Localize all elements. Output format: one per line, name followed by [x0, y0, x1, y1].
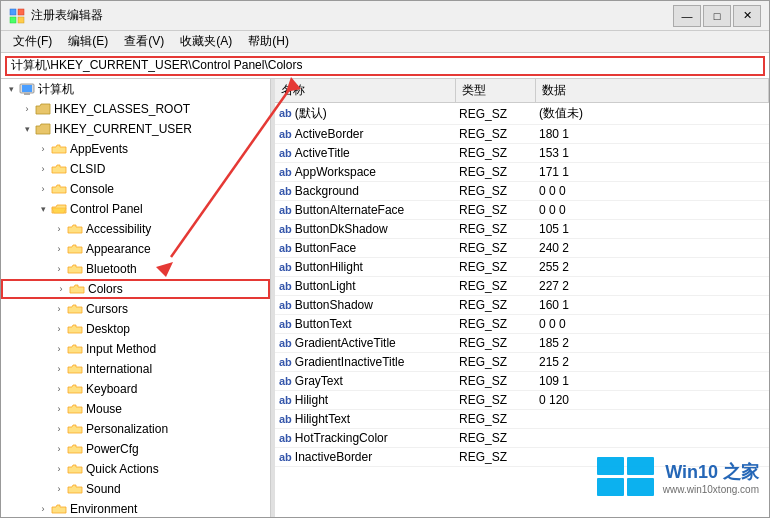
tree-expander-cursors[interactable]: ›	[51, 301, 67, 317]
tree-item-console[interactable]: ›Console	[1, 179, 270, 199]
tree-item-mouse[interactable]: ›Mouse	[1, 399, 270, 419]
maximize-button[interactable]: □	[703, 5, 731, 27]
table-row[interactable]: abActiveTitleREG_SZ153 1	[275, 144, 769, 163]
tree-expander-colors[interactable]: ›	[53, 281, 69, 297]
ab-icon: ab	[279, 318, 292, 330]
tree-expander-mouse[interactable]: ›	[51, 401, 67, 417]
table-row[interactable]: abGradientActiveTitleREG_SZ185 2	[275, 334, 769, 353]
cell-data: 0 0 0	[535, 201, 769, 220]
table-row[interactable]: abButtonHilightREG_SZ255 2	[275, 258, 769, 277]
tree-item-cursors[interactable]: ›Cursors	[1, 299, 270, 319]
table-row[interactable]: abHilightREG_SZ0 120	[275, 391, 769, 410]
tree-expander-quick_actions[interactable]: ›	[51, 461, 67, 477]
tree-item-powercfg[interactable]: ›PowerCfg	[1, 439, 270, 459]
cell-data: 0 0 0	[535, 315, 769, 334]
ab-icon: ab	[279, 107, 292, 119]
tree-expander-computer[interactable]: ▾	[3, 81, 19, 97]
tree-expander-console[interactable]: ›	[35, 181, 51, 197]
cell-type: REG_SZ	[455, 315, 535, 334]
table-row[interactable]: ab(默认)REG_SZ(数值未)	[275, 103, 769, 125]
tree-expander-personalization[interactable]: ›	[51, 421, 67, 437]
cell-data	[535, 410, 769, 429]
cell-name: abGradientInactiveTitle	[275, 353, 455, 372]
table-row[interactable]: abButtonAlternateFaceREG_SZ0 0 0	[275, 201, 769, 220]
cell-name: abButtonLight	[275, 277, 455, 296]
tree-label-cursors: Cursors	[86, 302, 128, 316]
tree-expander-desktop[interactable]: ›	[51, 321, 67, 337]
cell-type: REG_SZ	[455, 182, 535, 201]
title-bar: 注册表编辑器 — □ ✕	[1, 1, 769, 31]
tree-item-control_panel[interactable]: ▾Control Panel	[1, 199, 270, 219]
address-input[interactable]	[5, 56, 765, 76]
minimize-button[interactable]: —	[673, 5, 701, 27]
tree-label-colors: Colors	[88, 282, 123, 296]
menu-item-f[interactable]: 文件(F)	[5, 31, 60, 52]
tree-item-sound[interactable]: ›Sound	[1, 479, 270, 499]
tree-expander-current_user[interactable]: ▾	[19, 121, 35, 137]
tree-expander-environment[interactable]: ›	[35, 501, 51, 517]
tree-item-international[interactable]: ›International	[1, 359, 270, 379]
tree-expander-keyboard[interactable]: ›	[51, 381, 67, 397]
tree-expander-appearance[interactable]: ›	[51, 241, 67, 257]
folder-icon-appearance	[67, 242, 83, 256]
ab-icon: ab	[279, 261, 292, 273]
tree-item-keyboard[interactable]: ›Keyboard	[1, 379, 270, 399]
table-row[interactable]: abButtonShadowREG_SZ160 1	[275, 296, 769, 315]
tree-item-classes_root[interactable]: ›HKEY_CLASSES_ROOT	[1, 99, 270, 119]
cell-type: REG_SZ	[455, 334, 535, 353]
col-header-type[interactable]: 类型	[455, 79, 535, 103]
tree-item-accessibility[interactable]: ›Accessibility	[1, 219, 270, 239]
col-header-name[interactable]: 名称	[275, 79, 455, 103]
close-button[interactable]: ✕	[733, 5, 761, 27]
tree-expander-classes_root[interactable]: ›	[19, 101, 35, 117]
tree-label-desktop: Desktop	[86, 322, 130, 336]
tree-item-appevents[interactable]: ›AppEvents	[1, 139, 270, 159]
table-row[interactable]: abHilightTextREG_SZ	[275, 410, 769, 429]
table-row[interactable]: abBackgroundREG_SZ0 0 0	[275, 182, 769, 201]
tree-item-appearance[interactable]: ›Appearance	[1, 239, 270, 259]
tree-item-desktop[interactable]: ›Desktop	[1, 319, 270, 339]
tree-expander-clsid[interactable]: ›	[35, 161, 51, 177]
tree-label-bluetooth: Bluetooth	[86, 262, 137, 276]
app-icon	[9, 8, 25, 24]
menu-item-h[interactable]: 帮助(H)	[240, 31, 297, 52]
menu-item-a[interactable]: 收藏夹(A)	[172, 31, 240, 52]
tree-item-current_user[interactable]: ▾HKEY_CURRENT_USER	[1, 119, 270, 139]
table-row[interactable]: abGradientInactiveTitleREG_SZ215 2	[275, 353, 769, 372]
table-row[interactable]: abAppWorkspaceREG_SZ171 1	[275, 163, 769, 182]
table-row[interactable]: abGrayTextREG_SZ109 1	[275, 372, 769, 391]
tree-item-computer[interactable]: ▾计算机	[1, 79, 270, 99]
cell-type: REG_SZ	[455, 239, 535, 258]
tree-expander-sound[interactable]: ›	[51, 481, 67, 497]
ab-icon: ab	[279, 280, 292, 292]
menu-bar: 文件(F)编辑(E)查看(V)收藏夹(A)帮助(H)	[1, 31, 769, 53]
table-row[interactable]: abHotTrackingColorREG_SZ	[275, 429, 769, 448]
tree-item-quick_actions[interactable]: ›Quick Actions	[1, 459, 270, 479]
tree-expander-international[interactable]: ›	[51, 361, 67, 377]
tree-item-colors[interactable]: ›Colors	[1, 279, 270, 299]
tree-item-environment[interactable]: ›Environment	[1, 499, 270, 517]
col-header-data[interactable]: 数据	[535, 79, 769, 103]
menu-item-v[interactable]: 查看(V)	[116, 31, 172, 52]
tree-expander-powercfg[interactable]: ›	[51, 441, 67, 457]
svg-rect-5	[22, 85, 32, 92]
tree-expander-control_panel[interactable]: ▾	[35, 201, 51, 217]
tree-item-personalization[interactable]: ›Personalization	[1, 419, 270, 439]
tree-expander-accessibility[interactable]: ›	[51, 221, 67, 237]
folder-icon-keyboard	[67, 382, 83, 396]
ab-icon: ab	[279, 166, 292, 178]
tree-item-clsid[interactable]: ›CLSID	[1, 159, 270, 179]
tree-expander-appevents[interactable]: ›	[35, 141, 51, 157]
table-row[interactable]: abActiveBorderREG_SZ180 1	[275, 125, 769, 144]
table-row[interactable]: abButtonFaceREG_SZ240 2	[275, 239, 769, 258]
menu-item-e[interactable]: 编辑(E)	[60, 31, 116, 52]
tree-item-bluetooth[interactable]: ›Bluetooth	[1, 259, 270, 279]
cell-data: 215 2	[535, 353, 769, 372]
table-row[interactable]: abButtonTextREG_SZ0 0 0	[275, 315, 769, 334]
tree-expander-bluetooth[interactable]: ›	[51, 261, 67, 277]
svg-rect-0	[10, 9, 16, 15]
tree-item-input_method[interactable]: ›Input Method	[1, 339, 270, 359]
table-row[interactable]: abButtonLightREG_SZ227 2	[275, 277, 769, 296]
tree-expander-input_method[interactable]: ›	[51, 341, 67, 357]
table-row[interactable]: abButtonDkShadowREG_SZ105 1	[275, 220, 769, 239]
